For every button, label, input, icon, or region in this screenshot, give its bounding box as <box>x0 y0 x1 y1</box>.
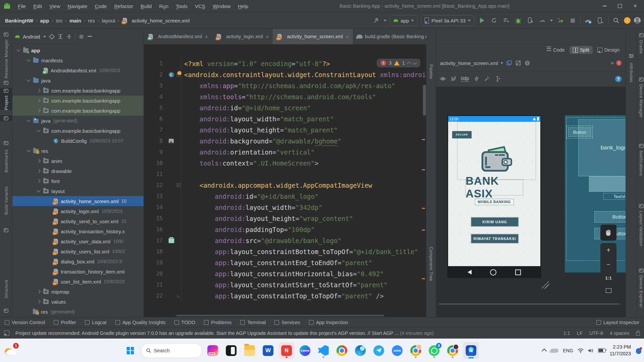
tool-window-version-control[interactable]: Version Control <box>5 320 45 325</box>
profiler-icon[interactable] <box>538 16 547 25</box>
breadcrumb-item[interactable]: app <box>39 17 51 24</box>
code-text[interactable]: tools:context=".UI.HomeScreen"> <box>184 160 318 167</box>
menu-edit[interactable]: Edit <box>30 2 45 10</box>
menu-tools[interactable]: Tools <box>173 2 191 10</box>
language-indicator[interactable]: ENG <box>563 348 573 353</box>
bank-logo-preview-icon[interactable] <box>168 238 174 243</box>
fold-marker-icon[interactable] <box>177 183 180 187</box>
file-encoding[interactable]: UTF-8 <box>589 330 603 336</box>
profile-avatar[interactable] <box>634 17 641 24</box>
code-text[interactable]: xmlns:app="http://schemas.android.com/ap… <box>184 82 395 89</box>
zoom-ratio-button[interactable]: 1:1 <box>605 276 612 281</box>
tree-item-anim[interactable]: anim <box>12 156 144 166</box>
attributes-tab[interactable]: Attributes <box>629 63 634 82</box>
tree-item-font[interactable]: font <box>12 176 144 186</box>
profiler-dropdown-caret[interactable] <box>550 20 553 21</box>
next-issue-icon[interactable] <box>413 60 417 65</box>
breadcrumb-item[interactable]: res <box>86 17 97 24</box>
tree-chevron-icon[interactable] <box>37 179 40 183</box>
pan-tool-button[interactable] <box>600 225 616 241</box>
tree-item-transaction-history-item-xml[interactable]: transaction_history_item.xml <box>12 266 144 277</box>
taskbar-app-vscode[interactable] <box>316 342 331 359</box>
taskbar-app-canva[interactable]: Canva <box>297 342 313 359</box>
code-text[interactable]: android:id="@+id/home_screen" <box>184 104 311 112</box>
tree-item-androidmanifest-xml[interactable]: AndroidManifest.xml10/9/2023 <box>12 65 144 75</box>
lock-icon[interactable] <box>636 332 640 336</box>
update-available-icon[interactable]: ↑ <box>624 17 631 24</box>
tree-item-app[interactable]: app <box>12 45 144 55</box>
tree-item-values[interactable]: values <box>12 297 144 307</box>
warning-stripe-mark[interactable] <box>422 139 425 140</box>
taskbar-app-android-studio[interactable] <box>463 342 479 359</box>
code-text[interactable]: app:layout_constraintTop_toTopOf="parent… <box>184 292 384 300</box>
zoom-out-button[interactable]: − <box>606 261 610 268</box>
tree-chevron-icon[interactable] <box>26 148 30 152</box>
tool-window-logcat[interactable]: Logcat <box>85 320 107 325</box>
gradle-sync-icon[interactable] <box>584 16 593 25</box>
tree-item-com-example-basicbankingapp[interactable]: com.example.basicbankingapp <box>12 106 144 116</box>
menu-file[interactable]: File <box>15 2 29 10</box>
tool-stripe-layout-validation[interactable]: Layout Validation <box>637 203 644 246</box>
send-money-button[interactable]: KIRIM UANG <box>471 218 518 226</box>
warning-stripe-mark[interactable] <box>422 208 425 209</box>
tool-stripe-build-variants[interactable]: Build Variants <box>0 186 12 215</box>
apply-code-changes-icon[interactable] <box>502 16 511 25</box>
start-button[interactable] <box>122 342 138 359</box>
tree-item-activity-home-screen-xml[interactable]: activity_home_screen.xml10 <box>12 196 144 206</box>
design-file-selector[interactable]: activity_home_screen.xml <box>440 60 503 66</box>
resize-grip-icon[interactable] <box>542 281 549 289</box>
layers-icon[interactable] <box>506 60 512 66</box>
close-button[interactable]: × <box>629 1 642 11</box>
structure-boxes-icon[interactable] <box>0 80 12 85</box>
component-tree-tab[interactable]: Component Tree <box>429 247 434 281</box>
more-actions-icon[interactable]: » <box>611 60 613 66</box>
locate-file-icon[interactable] <box>49 34 55 40</box>
close-icon[interactable]: × <box>205 34 208 40</box>
drawable-preview-icon[interactable] <box>169 139 174 143</box>
code-text[interactable]: app:layout_constraintStart_toStartOf="pa… <box>184 281 387 289</box>
tree-chevron-icon[interactable] <box>26 78 30 81</box>
view-mode-design[interactable]: Design <box>594 46 623 54</box>
menu-navigate[interactable]: Navigate <box>64 2 90 10</box>
battery-icon[interactable] <box>598 348 605 353</box>
orientation-icon[interactable] <box>525 60 530 66</box>
weather-widget[interactable]: 1 <box>3 342 21 358</box>
tool-window-layout-inspector[interactable]: Layout Inspector <box>596 320 639 325</box>
design-canvas[interactable]: 13:00 KELUAR <box>436 87 626 317</box>
tab-activity-login-xml[interactable]: activity_login.xml× <box>212 29 273 44</box>
editor-vertical-scrollbar[interactable] <box>423 85 426 116</box>
breadcrumb-item[interactable]: main <box>68 17 83 24</box>
run-configuration-select[interactable]: app <box>390 15 418 26</box>
bank-subtitle[interactable]: MOBILE BANKING <box>475 199 514 205</box>
code-text[interactable]: app:layout_constraintEnd_toEndOf="parent… <box>184 259 372 266</box>
tool-stripe-structure[interactable]: Structure <box>0 280 12 298</box>
previous-issue-icon[interactable] <box>407 62 411 66</box>
palette-tab[interactable]: Palette <box>429 64 434 79</box>
tray-chevron-up-icon[interactable] <box>542 349 547 354</box>
tool-window-todo[interactable]: TODO <box>174 320 196 325</box>
structure-list-icon[interactable] <box>0 308 12 313</box>
tree-item-user-list-item-xml[interactable]: user_list_item.xml10/8/2023 <box>12 277 144 287</box>
code-text[interactable]: <androidx.appcompat.widget.AppCompatImag… <box>184 182 372 189</box>
tree-chevron-icon[interactable] <box>37 169 40 173</box>
tool-stripe-device-explorer[interactable]: Device Explorer <box>637 267 644 308</box>
taskbar-app-chrome-p1[interactable] <box>408 342 423 359</box>
apply-changes-restart-icon[interactable]: A <box>490 16 498 25</box>
tree-chevron-icon[interactable] <box>16 48 20 51</box>
device-select[interactable]: Pixel 3a API 33 <box>421 15 474 26</box>
warning-stripe-mark[interactable] <box>422 169 425 170</box>
menu-window[interactable]: Window <box>210 2 233 10</box>
build-hammer-icon[interactable] <box>372 16 380 25</box>
tree-chevron-icon[interactable] <box>37 128 40 132</box>
blueprint-textview[interactable]: TextView <box>603 193 626 200</box>
tool-window-app-quality-insights[interactable]: App Quality Insights <box>115 320 166 325</box>
design-issues-icon[interactable]: ! <box>616 60 622 66</box>
tool-window-problems[interactable]: Problems <box>204 320 231 325</box>
taskbar-app-explorer[interactable] <box>242 342 257 359</box>
taskbar-app-telegram[interactable] <box>371 342 386 359</box>
warning-stripe-mark[interactable] <box>422 230 425 231</box>
code-text[interactable]: android:layout_height="match_parent" <box>184 126 338 134</box>
breadcrumb-item[interactable]: layout <box>100 17 117 24</box>
code-text[interactable]: android:src="@drawable/bank_logo" <box>184 237 341 244</box>
breadcrumb-file[interactable]: activity_home_screen.xml <box>120 17 192 24</box>
